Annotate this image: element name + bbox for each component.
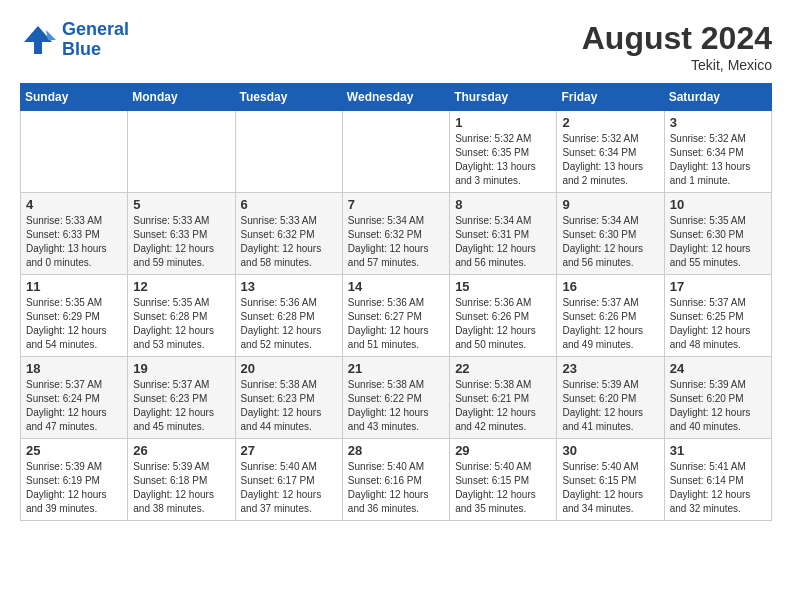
calendar-header: SundayMondayTuesdayWednesdayThursdayFrid… [21, 84, 772, 111]
calendar-cell: 28Sunrise: 5:40 AM Sunset: 6:16 PM Dayli… [342, 439, 449, 521]
header-day-thursday: Thursday [450, 84, 557, 111]
calendar-cell: 3Sunrise: 5:32 AM Sunset: 6:34 PM Daylig… [664, 111, 771, 193]
calendar-cell: 8Sunrise: 5:34 AM Sunset: 6:31 PM Daylig… [450, 193, 557, 275]
calendar-cell: 31Sunrise: 5:41 AM Sunset: 6:14 PM Dayli… [664, 439, 771, 521]
day-info: Sunrise: 5:35 AM Sunset: 6:29 PM Dayligh… [26, 296, 122, 352]
day-number: 20 [241, 361, 337, 376]
day-number: 11 [26, 279, 122, 294]
day-number: 30 [562, 443, 658, 458]
calendar-cell: 30Sunrise: 5:40 AM Sunset: 6:15 PM Dayli… [557, 439, 664, 521]
day-number: 6 [241, 197, 337, 212]
calendar-cell: 24Sunrise: 5:39 AM Sunset: 6:20 PM Dayli… [664, 357, 771, 439]
calendar-cell: 7Sunrise: 5:34 AM Sunset: 6:32 PM Daylig… [342, 193, 449, 275]
day-info: Sunrise: 5:39 AM Sunset: 6:20 PM Dayligh… [562, 378, 658, 434]
day-info: Sunrise: 5:38 AM Sunset: 6:23 PM Dayligh… [241, 378, 337, 434]
day-number: 9 [562, 197, 658, 212]
day-info: Sunrise: 5:36 AM Sunset: 6:28 PM Dayligh… [241, 296, 337, 352]
day-number: 21 [348, 361, 444, 376]
day-number: 15 [455, 279, 551, 294]
day-info: Sunrise: 5:35 AM Sunset: 6:30 PM Dayligh… [670, 214, 766, 270]
calendar-cell [128, 111, 235, 193]
calendar-cell: 20Sunrise: 5:38 AM Sunset: 6:23 PM Dayli… [235, 357, 342, 439]
day-info: Sunrise: 5:40 AM Sunset: 6:17 PM Dayligh… [241, 460, 337, 516]
day-info: Sunrise: 5:34 AM Sunset: 6:30 PM Dayligh… [562, 214, 658, 270]
day-number: 7 [348, 197, 444, 212]
header-day-saturday: Saturday [664, 84, 771, 111]
day-number: 19 [133, 361, 229, 376]
day-info: Sunrise: 5:36 AM Sunset: 6:26 PM Dayligh… [455, 296, 551, 352]
day-number: 25 [26, 443, 122, 458]
day-number: 3 [670, 115, 766, 130]
calendar-cell: 2Sunrise: 5:32 AM Sunset: 6:34 PM Daylig… [557, 111, 664, 193]
day-number: 26 [133, 443, 229, 458]
day-number: 13 [241, 279, 337, 294]
calendar-cell [21, 111, 128, 193]
calendar-cell: 1Sunrise: 5:32 AM Sunset: 6:35 PM Daylig… [450, 111, 557, 193]
day-info: Sunrise: 5:32 AM Sunset: 6:35 PM Dayligh… [455, 132, 551, 188]
day-info: Sunrise: 5:39 AM Sunset: 6:19 PM Dayligh… [26, 460, 122, 516]
calendar-cell: 6Sunrise: 5:33 AM Sunset: 6:32 PM Daylig… [235, 193, 342, 275]
calendar-cell: 12Sunrise: 5:35 AM Sunset: 6:28 PM Dayli… [128, 275, 235, 357]
day-info: Sunrise: 5:33 AM Sunset: 6:32 PM Dayligh… [241, 214, 337, 270]
header-day-monday: Monday [128, 84, 235, 111]
day-info: Sunrise: 5:34 AM Sunset: 6:32 PM Dayligh… [348, 214, 444, 270]
day-number: 4 [26, 197, 122, 212]
day-number: 17 [670, 279, 766, 294]
calendar-cell: 26Sunrise: 5:39 AM Sunset: 6:18 PM Dayli… [128, 439, 235, 521]
calendar-cell: 22Sunrise: 5:38 AM Sunset: 6:21 PM Dayli… [450, 357, 557, 439]
logo: General Blue [20, 20, 129, 60]
title-area: August 2024 Tekit, Mexico [582, 20, 772, 73]
calendar-week-2: 4Sunrise: 5:33 AM Sunset: 6:33 PM Daylig… [21, 193, 772, 275]
day-number: 2 [562, 115, 658, 130]
day-info: Sunrise: 5:38 AM Sunset: 6:22 PM Dayligh… [348, 378, 444, 434]
day-info: Sunrise: 5:39 AM Sunset: 6:18 PM Dayligh… [133, 460, 229, 516]
header-day-sunday: Sunday [21, 84, 128, 111]
day-info: Sunrise: 5:41 AM Sunset: 6:14 PM Dayligh… [670, 460, 766, 516]
day-info: Sunrise: 5:37 AM Sunset: 6:26 PM Dayligh… [562, 296, 658, 352]
calendar-cell: 9Sunrise: 5:34 AM Sunset: 6:30 PM Daylig… [557, 193, 664, 275]
calendar-cell [342, 111, 449, 193]
day-number: 27 [241, 443, 337, 458]
day-info: Sunrise: 5:37 AM Sunset: 6:24 PM Dayligh… [26, 378, 122, 434]
day-info: Sunrise: 5:39 AM Sunset: 6:20 PM Dayligh… [670, 378, 766, 434]
calendar-cell: 25Sunrise: 5:39 AM Sunset: 6:19 PM Dayli… [21, 439, 128, 521]
day-number: 24 [670, 361, 766, 376]
calendar-week-5: 25Sunrise: 5:39 AM Sunset: 6:19 PM Dayli… [21, 439, 772, 521]
day-info: Sunrise: 5:38 AM Sunset: 6:21 PM Dayligh… [455, 378, 551, 434]
day-number: 8 [455, 197, 551, 212]
calendar-cell: 10Sunrise: 5:35 AM Sunset: 6:30 PM Dayli… [664, 193, 771, 275]
month-year: August 2024 [582, 20, 772, 57]
day-info: Sunrise: 5:40 AM Sunset: 6:15 PM Dayligh… [562, 460, 658, 516]
calendar-table: SundayMondayTuesdayWednesdayThursdayFrid… [20, 83, 772, 521]
calendar-cell: 21Sunrise: 5:38 AM Sunset: 6:22 PM Dayli… [342, 357, 449, 439]
day-info: Sunrise: 5:35 AM Sunset: 6:28 PM Dayligh… [133, 296, 229, 352]
calendar-cell: 29Sunrise: 5:40 AM Sunset: 6:15 PM Dayli… [450, 439, 557, 521]
calendar-body: 1Sunrise: 5:32 AM Sunset: 6:35 PM Daylig… [21, 111, 772, 521]
calendar-week-4: 18Sunrise: 5:37 AM Sunset: 6:24 PM Dayli… [21, 357, 772, 439]
day-info: Sunrise: 5:37 AM Sunset: 6:23 PM Dayligh… [133, 378, 229, 434]
location: Tekit, Mexico [582, 57, 772, 73]
day-number: 16 [562, 279, 658, 294]
calendar-cell: 16Sunrise: 5:37 AM Sunset: 6:26 PM Dayli… [557, 275, 664, 357]
calendar-cell: 17Sunrise: 5:37 AM Sunset: 6:25 PM Dayli… [664, 275, 771, 357]
calendar-week-1: 1Sunrise: 5:32 AM Sunset: 6:35 PM Daylig… [21, 111, 772, 193]
calendar-cell: 5Sunrise: 5:33 AM Sunset: 6:33 PM Daylig… [128, 193, 235, 275]
page-header: General Blue August 2024 Tekit, Mexico [20, 20, 772, 73]
day-info: Sunrise: 5:33 AM Sunset: 6:33 PM Dayligh… [133, 214, 229, 270]
logo-blue: Blue [62, 39, 101, 59]
header-day-wednesday: Wednesday [342, 84, 449, 111]
day-number: 18 [26, 361, 122, 376]
calendar-cell: 23Sunrise: 5:39 AM Sunset: 6:20 PM Dayli… [557, 357, 664, 439]
day-number: 28 [348, 443, 444, 458]
calendar-cell: 27Sunrise: 5:40 AM Sunset: 6:17 PM Dayli… [235, 439, 342, 521]
logo-icon [20, 22, 56, 58]
day-number: 14 [348, 279, 444, 294]
calendar-cell: 4Sunrise: 5:33 AM Sunset: 6:33 PM Daylig… [21, 193, 128, 275]
day-info: Sunrise: 5:34 AM Sunset: 6:31 PM Dayligh… [455, 214, 551, 270]
day-info: Sunrise: 5:33 AM Sunset: 6:33 PM Dayligh… [26, 214, 122, 270]
calendar-cell: 13Sunrise: 5:36 AM Sunset: 6:28 PM Dayli… [235, 275, 342, 357]
day-info: Sunrise: 5:32 AM Sunset: 6:34 PM Dayligh… [670, 132, 766, 188]
calendar-week-3: 11Sunrise: 5:35 AM Sunset: 6:29 PM Dayli… [21, 275, 772, 357]
day-number: 10 [670, 197, 766, 212]
header-row: SundayMondayTuesdayWednesdayThursdayFrid… [21, 84, 772, 111]
